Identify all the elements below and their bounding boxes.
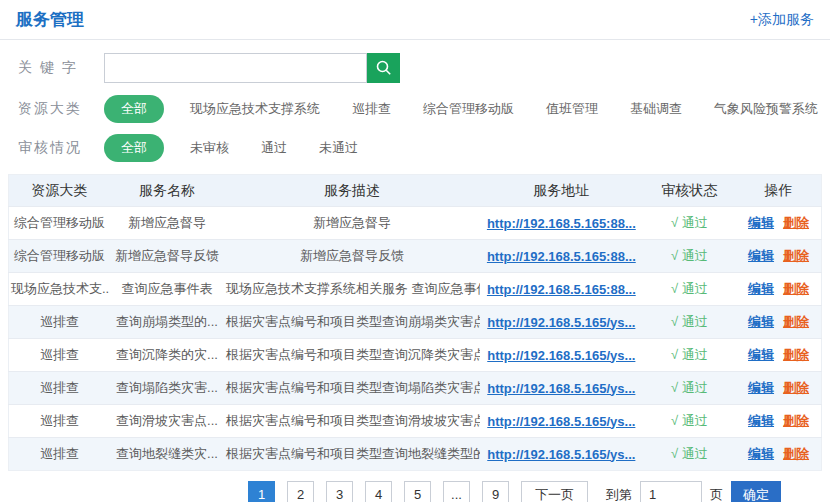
cell-description: 新增应急督导 xyxy=(224,207,480,240)
filter-label: 资源大类 xyxy=(18,100,104,118)
service-url-link[interactable]: http://192.168.5.165/ys... xyxy=(487,315,635,330)
delete-link[interactable]: 删除 xyxy=(783,314,809,329)
edit-link[interactable]: 编辑 xyxy=(748,314,774,329)
page-ellipsis-button[interactable]: ... xyxy=(443,481,470,502)
cell-description: 现场应急技术支撑系统相关服务 查询应急事件表 xyxy=(224,273,480,306)
status-badge: √ 通过 xyxy=(671,347,708,362)
delete-link[interactable]: 删除 xyxy=(783,413,809,428)
col-header-category: 资源大类 xyxy=(9,175,111,207)
filter-option[interactable]: 全部 xyxy=(104,134,164,162)
cell-service-name: 新增应急督导反馈 xyxy=(110,240,224,273)
filter-option[interactable]: 未通过 xyxy=(319,139,358,157)
search-row: 关 键 字 xyxy=(18,53,830,83)
service-management-page: 服务管理 +添加服务 关 键 字 资源大类 全部现场应急技术支撑系统巡排查综合管… xyxy=(0,0,830,502)
table-row: 综合管理移动版 新增应急督导 新增应急督导 http://192.168.5.1… xyxy=(9,207,822,240)
table-row: 综合管理移动版 新增应急督导反馈 新增应急督导反馈 http://192.168… xyxy=(9,240,822,273)
edit-link[interactable]: 编辑 xyxy=(748,248,774,263)
page-number-button[interactable]: 1 xyxy=(248,481,275,502)
cell-category: 现场应急技术支... xyxy=(9,273,111,306)
table-row: 现场应急技术支... 查询应急事件表 现场应急技术支撑系统相关服务 查询应急事件… xyxy=(9,273,822,306)
filter-option[interactable]: 综合管理移动版 xyxy=(423,100,514,118)
cell-category: 巡排查 xyxy=(9,372,111,405)
filter-option[interactable]: 巡排查 xyxy=(352,100,391,118)
keyword-input[interactable] xyxy=(104,53,367,83)
page-number-button[interactable]: 9 xyxy=(482,481,509,502)
goto-page-suffix: 页 xyxy=(710,486,723,502)
edit-link[interactable]: 编辑 xyxy=(748,347,774,362)
service-url-link[interactable]: http://192.168.5.165:88... xyxy=(487,249,636,264)
table-row: 巡排查 查询崩塌类型的... 根据灾害点编号和项目类型查询崩塌类灾害点的详...… xyxy=(9,306,822,339)
page-header: 服务管理 +添加服务 xyxy=(0,0,830,40)
col-header-actions: 操作 xyxy=(736,175,821,207)
cell-description: 新增应急督导反馈 xyxy=(224,240,480,273)
delete-link[interactable]: 删除 xyxy=(783,248,809,263)
edit-link[interactable]: 编辑 xyxy=(748,380,774,395)
filter-option[interactable]: 气象风险预警系统 xyxy=(714,100,818,118)
filter-option[interactable]: 全部 xyxy=(104,95,164,123)
filter-option[interactable]: 现场应急技术支撑系统 xyxy=(190,100,320,118)
cell-category: 巡排查 xyxy=(9,405,111,438)
filter-row: 审核情况 全部未审核通过未通过 xyxy=(18,134,830,161)
table-row: 巡排查 查询沉降类的灾... 根据灾害点编号和项目类型查询沉降类灾害点的详...… xyxy=(9,339,822,372)
cell-service-name: 新增应急督导 xyxy=(110,207,224,240)
status-badge: √ 通过 xyxy=(671,314,708,329)
confirm-page-button[interactable]: 确定 xyxy=(731,481,781,502)
filter-option[interactable]: 未审核 xyxy=(190,139,229,157)
service-url-link[interactable]: http://192.168.5.165/ys... xyxy=(487,447,635,462)
cell-service-name: 查询沉降类的灾... xyxy=(110,339,224,372)
filter-option[interactable]: 基础调查 xyxy=(630,100,682,118)
col-header-service-url: 服务地址 xyxy=(480,175,643,207)
cell-category: 综合管理移动版 xyxy=(9,207,111,240)
search-icon xyxy=(375,59,393,77)
cell-service-name: 查询地裂缝类灾... xyxy=(110,438,224,471)
pagination-bar: 12345...9 下一页 到第 页 确定 xyxy=(248,481,781,502)
next-page-button[interactable]: 下一页 xyxy=(521,481,588,502)
delete-link[interactable]: 删除 xyxy=(783,347,809,362)
goto-page-input[interactable] xyxy=(640,481,702,502)
cell-category: 巡排查 xyxy=(9,306,111,339)
service-url-link[interactable]: http://192.168.5.165:88... xyxy=(487,282,636,297)
filter-option[interactable]: 值班管理 xyxy=(546,100,598,118)
service-url-link[interactable]: http://192.168.5.165/ys... xyxy=(487,348,635,363)
delete-link[interactable]: 删除 xyxy=(783,380,809,395)
table-row: 巡排查 查询滑坡灾害点... 根据灾害点编号和项目类型查询滑坡坡灾害点的详...… xyxy=(9,405,822,438)
delete-link[interactable]: 删除 xyxy=(783,446,809,461)
goto-page-prefix: 到第 xyxy=(606,486,632,502)
keyword-label: 关 键 字 xyxy=(18,59,104,77)
status-badge: √ 通过 xyxy=(671,215,708,230)
edit-link[interactable]: 编辑 xyxy=(748,215,774,230)
filter-options: 全部未审核通过未通过 xyxy=(104,134,390,162)
cell-category: 巡排查 xyxy=(9,339,111,372)
page-number-button[interactable]: 5 xyxy=(404,481,431,502)
cell-service-name: 查询塌陷类灾害... xyxy=(110,372,224,405)
services-table: 资源大类 服务名称 服务描述 服务地址 审核状态 操作 综合管理移动版 新增应急… xyxy=(8,174,822,471)
search-button[interactable] xyxy=(367,53,400,83)
filter-row: 资源大类 全部现场应急技术支撑系统巡排查综合管理移动版值班管理基础调查气象风险预… xyxy=(18,95,830,122)
add-service-button[interactable]: +添加服务 xyxy=(750,11,814,29)
cell-description: 根据灾害点编号和项目类型查询塌陷类灾害点的详... xyxy=(224,372,480,405)
page-number-button[interactable]: 3 xyxy=(326,481,353,502)
page-number-button[interactable]: 2 xyxy=(287,481,314,502)
edit-link[interactable]: 编辑 xyxy=(748,413,774,428)
service-url-link[interactable]: http://192.168.5.165/ys... xyxy=(487,381,635,396)
cell-service-name: 查询应急事件表 xyxy=(110,273,224,306)
edit-link[interactable]: 编辑 xyxy=(748,281,774,296)
cell-category: 巡排查 xyxy=(9,438,111,471)
status-badge: √ 通过 xyxy=(671,281,708,296)
delete-link[interactable]: 删除 xyxy=(783,215,809,230)
delete-link[interactable]: 删除 xyxy=(783,281,809,296)
service-url-link[interactable]: http://192.168.5.165:88... xyxy=(487,216,636,231)
cell-description: 根据灾害点编号和项目类型查询地裂缝类型的灾害... xyxy=(224,438,480,471)
filter-option[interactable]: 通过 xyxy=(261,139,287,157)
status-badge: √ 通过 xyxy=(671,248,708,263)
col-header-status: 审核状态 xyxy=(643,175,736,207)
status-badge: √ 通过 xyxy=(671,446,708,461)
table-row: 巡排查 查询地裂缝类灾... 根据灾害点编号和项目类型查询地裂缝类型的灾害...… xyxy=(9,438,822,471)
table-header-row: 资源大类 服务名称 服务描述 服务地址 审核状态 操作 xyxy=(9,175,822,207)
status-badge: √ 通过 xyxy=(671,413,708,428)
edit-link[interactable]: 编辑 xyxy=(748,446,774,461)
filter-section: 资源大类 全部现场应急技术支撑系统巡排查综合管理移动版值班管理基础调查气象风险预… xyxy=(0,95,830,161)
service-url-link[interactable]: http://192.168.5.165/ys... xyxy=(487,414,635,429)
filter-options: 全部现场应急技术支撑系统巡排查综合管理移动版值班管理基础调查气象风险预警系统 xyxy=(104,95,830,123)
page-number-button[interactable]: 4 xyxy=(365,481,392,502)
